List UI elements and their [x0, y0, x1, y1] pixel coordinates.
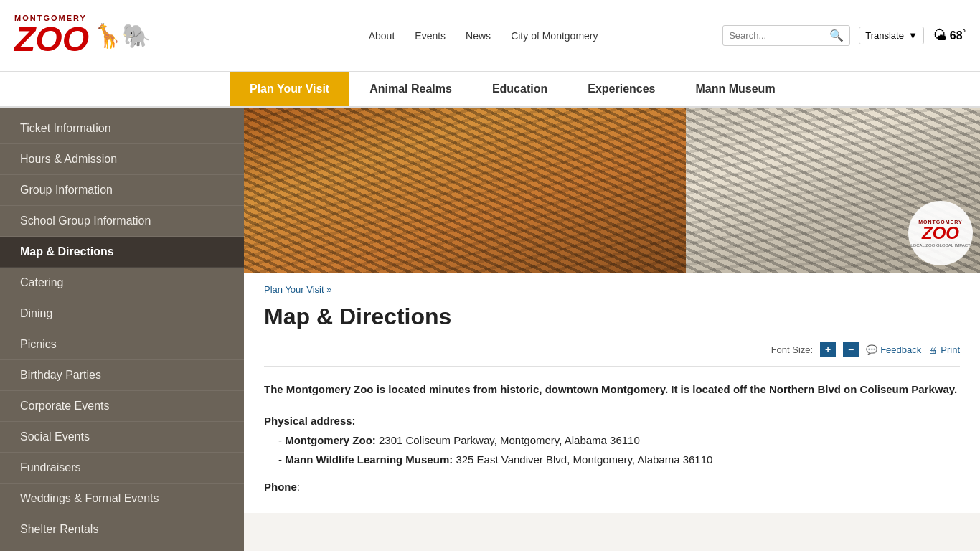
phone-block: Phone: — [264, 481, 960, 493]
hero-image: MONTGOMERY ZOO LOCAL ZOO GLOBAL IMPACT — [244, 108, 980, 273]
sidebar-item-school-group-information[interactable]: School Group Information — [0, 206, 244, 237]
sidebar-item-corporate-events[interactable]: Corporate Events — [0, 391, 244, 422]
layout: Ticket Information Hours & Admission Gro… — [0, 108, 980, 551]
address-indent: - Montgomery Zoo: 2301 Coliseum Parkway,… — [264, 430, 960, 469]
print-icon: 🖨 — [928, 344, 938, 355]
sidebar-item-map-directions[interactable]: Map & Directions — [0, 237, 244, 268]
montgomery-zoo-address: 2301 Coliseum Parkway, Montgomery, Alaba… — [379, 434, 640, 446]
weather-icon: 🌤 — [933, 27, 947, 44]
mann-wildlife-address: 325 East Vandiver Blvd, Montgomery, Alab… — [456, 453, 712, 466]
sidebar: Ticket Information Hours & Admission Gro… — [0, 108, 244, 551]
nav-mann-museum[interactable]: Mann Museum — [676, 72, 796, 106]
main-nav: Plan Your Visit Animal Realms Education … — [0, 72, 980, 108]
sidebar-item-catering[interactable]: Catering — [0, 268, 244, 298]
top-right: 🔍 Translate ▼ 🌤 68° — [722, 25, 966, 46]
hero-left-tiger — [244, 108, 686, 273]
sidebar-item-hours-admission[interactable]: Hours & Admission — [0, 144, 244, 175]
search-button[interactable]: 🔍 — [829, 29, 844, 42]
breadcrumb-link[interactable]: Plan Your Visit » — [264, 284, 331, 295]
montgomery-zoo-label: Montgomery Zoo: — [285, 434, 376, 446]
intro-text: The Montgomery Zoo is located minutes fr… — [264, 381, 960, 398]
sidebar-item-social-events[interactable]: Social Events — [0, 422, 244, 453]
phone-label: Phone — [264, 481, 297, 493]
sidebar-item-ticket-information[interactable]: Ticket Information — [0, 113, 244, 144]
zoo-badge-tagline: LOCAL ZOO GLOBAL IMPACT — [910, 243, 970, 248]
feedback-icon: 💬 — [866, 344, 877, 355]
search-box[interactable]: 🔍 — [722, 25, 850, 46]
sidebar-item-today-at-zoo[interactable]: + Today at the Zoo — [0, 545, 244, 551]
hero-right-tiger: MONTGOMERY ZOO LOCAL ZOO GLOBAL IMPACT — [686, 108, 980, 273]
logo: MONTGOMERY ZOO — [14, 14, 89, 57]
zoo-badge: MONTGOMERY ZOO LOCAL ZOO GLOBAL IMPACT — [908, 201, 973, 265]
physical-address-label: Physical address: — [264, 415, 356, 427]
main-content: MONTGOMERY ZOO LOCAL ZOO GLOBAL IMPACT P… — [244, 108, 980, 551]
address-block: Physical address: - Montgomery Zoo: 2301… — [264, 411, 960, 469]
font-size-label: Font Size: — [771, 344, 814, 355]
mann-wildlife-label: Mann Wildlife Learning Museum: — [285, 453, 453, 466]
sidebar-item-weddings-formal-events[interactable]: Weddings & Formal Events — [0, 484, 244, 514]
feedback-label: Feedback — [880, 344, 921, 355]
zoo-badge-zoo: ZOO — [922, 225, 959, 242]
translate-box[interactable]: Translate ▼ — [859, 27, 924, 44]
font-size-bar: Font Size: + − 💬 Feedback 🖨 Print — [264, 342, 960, 367]
nav-events[interactable]: Events — [415, 30, 446, 42]
nav-about[interactable]: About — [369, 30, 395, 42]
sidebar-item-birthday-parties[interactable]: Birthday Parties — [0, 360, 244, 391]
sidebar-item-dining[interactable]: Dining — [0, 298, 244, 329]
logo-area: MONTGOMERY ZOO 🦒🐘 — [14, 14, 244, 57]
nav-animal-realms[interactable]: Animal Realms — [349, 72, 472, 106]
search-input[interactable] — [729, 30, 829, 41]
sidebar-item-shelter-rentals[interactable]: Shelter Rentals — [0, 514, 244, 545]
print-link[interactable]: 🖨 Print — [928, 344, 960, 355]
nav-education[interactable]: Education — [472, 72, 567, 106]
sidebar-item-fundraisers[interactable]: Fundraisers — [0, 453, 244, 484]
content-area: Plan Your Visit » Map & Directions Font … — [244, 273, 980, 513]
nav-plan-your-visit[interactable]: Plan Your Visit — [230, 72, 349, 106]
feedback-link[interactable]: 💬 Feedback — [866, 344, 921, 355]
logo-animals-icon: 🦒🐘 — [93, 22, 151, 50]
nav-city-of-montgomery[interactable]: City of Montgomery — [511, 30, 598, 42]
breadcrumb[interactable]: Plan Your Visit » — [264, 284, 960, 295]
translate-label: Translate — [865, 30, 904, 41]
weather-widget: 🌤 68° — [933, 27, 966, 44]
nav-experiences[interactable]: Experiences — [567, 72, 675, 106]
sidebar-item-group-information[interactable]: Group Information — [0, 175, 244, 206]
weather-temp: 68° — [950, 28, 966, 42]
print-label: Print — [941, 344, 960, 355]
font-increase-button[interactable]: + — [820, 342, 836, 357]
logo-zoo: ZOO — [14, 22, 89, 57]
top-bar: MONTGOMERY ZOO 🦒🐘 About Events News City… — [0, 0, 980, 72]
page-title: Map & Directions — [264, 303, 960, 330]
top-nav-links: About Events News City of Montgomery — [244, 30, 722, 42]
font-decrease-button[interactable]: − — [843, 342, 859, 357]
nav-news[interactable]: News — [466, 30, 491, 42]
translate-chevron-icon: ▼ — [908, 30, 918, 41]
sidebar-item-picnics[interactable]: Picnics — [0, 329, 244, 360]
